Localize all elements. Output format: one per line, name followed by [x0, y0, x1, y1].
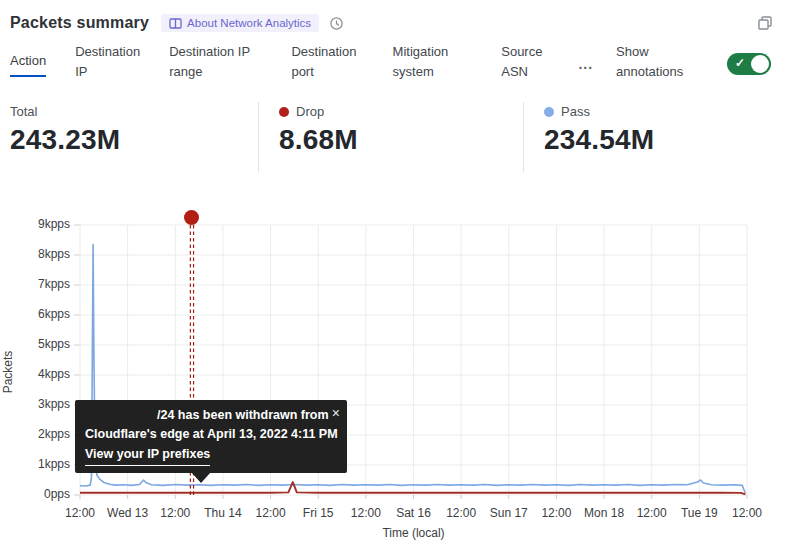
dimension-tabs: ActionDestination IPDestination IP range…	[0, 36, 785, 86]
y-tick-label: 3kpps	[0, 397, 70, 411]
header: Packets summary About Network Analytics	[0, 0, 785, 36]
popout-icon[interactable]	[757, 15, 773, 31]
annotation-marker-dot[interactable]	[184, 210, 199, 225]
y-tick-label: 0pps	[0, 487, 70, 501]
stat-label-row: Pass	[544, 104, 785, 119]
tab-source-asn[interactable]: Source ASN	[501, 42, 557, 82]
x-tick-label: 12:00	[716, 506, 778, 520]
stat-label: Drop	[296, 104, 324, 119]
legend-dot-pass	[544, 107, 554, 117]
stat-value: 234.54M	[544, 124, 785, 156]
tooltip-line1: /24 has been withdrawn from	[85, 406, 323, 425]
y-tick-label: 1kpps	[0, 457, 70, 471]
tab-destination-ip[interactable]: Destination IP	[75, 42, 140, 82]
check-icon: ✓	[735, 56, 745, 70]
stat-drop: Drop8.68M	[258, 102, 523, 172]
stat-total: Total243.23M	[0, 102, 258, 172]
close-icon[interactable]: ×	[332, 403, 340, 425]
tooltip-line2: Cloudflare's edge at April 13, 2022 4:11…	[85, 425, 323, 444]
y-tick-label: 5kpps	[0, 337, 70, 351]
show-annotations-label: Show annotations	[616, 42, 698, 82]
packets-chart: Packets Time (local) × /24 has been with…	[0, 210, 785, 555]
y-tick-label: 9kpps	[0, 217, 70, 231]
x-axis-title: Time (local)	[80, 526, 747, 540]
stat-label-row: Drop	[279, 104, 523, 119]
tab-action[interactable]: Action	[10, 51, 46, 77]
y-tick-label: 4kpps	[0, 367, 70, 381]
stat-label: Pass	[561, 104, 590, 119]
tab-destination-ip-range[interactable]: Destination IP range	[169, 42, 262, 82]
toggle-knob	[751, 55, 769, 73]
show-annotations-toggle[interactable]: ✓	[727, 53, 771, 75]
tab-destination-port[interactable]: Destination port	[291, 42, 363, 82]
about-network-analytics-badge[interactable]: About Network Analytics	[161, 14, 319, 32]
legend-dot-drop	[279, 107, 289, 117]
stat-value: 243.23M	[10, 124, 258, 156]
stat-label-row: Total	[10, 104, 258, 119]
view-ip-prefixes-link[interactable]: View your IP prefixes	[85, 445, 210, 466]
tooltip-caret	[191, 472, 211, 483]
y-tick-label: 7kpps	[0, 277, 70, 291]
page-title: Packets summary	[10, 14, 149, 32]
y-tick-label: 2kpps	[0, 427, 70, 441]
badge-label: About Network Analytics	[187, 17, 311, 29]
y-tick-label: 8kpps	[0, 247, 70, 261]
y-tick-label: 6kpps	[0, 307, 70, 321]
stat-pass: Pass234.54M	[523, 102, 785, 172]
book-icon	[169, 18, 182, 29]
more-tabs-button[interactable]: ...	[578, 56, 593, 72]
stats-row: Total243.23MDrop8.68MPass234.54M	[0, 102, 785, 172]
clock-icon[interactable]	[329, 16, 344, 31]
tab-mitigation-system[interactable]: Mitigation system	[393, 42, 473, 82]
stat-value: 8.68M	[279, 124, 523, 156]
annotation-tooltip: × /24 has been withdrawn from Cloudflare…	[75, 400, 347, 473]
stat-label: Total	[10, 104, 37, 119]
